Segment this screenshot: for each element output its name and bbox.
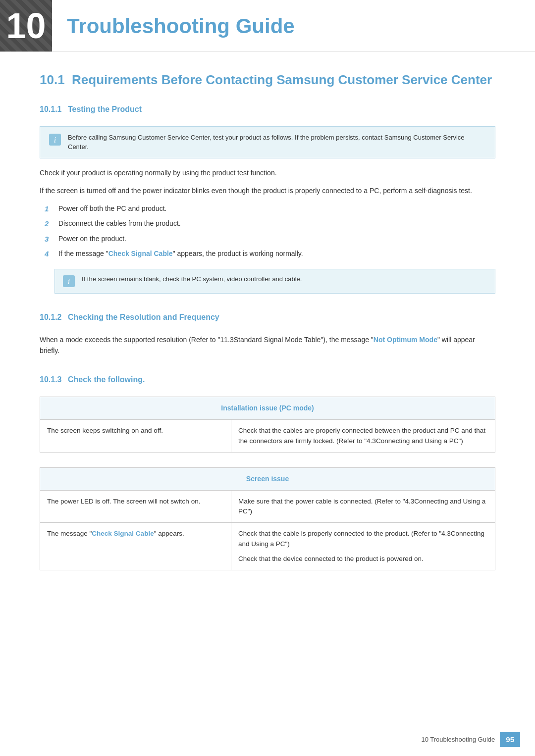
svg-text:i: i [68,277,70,286]
subsection-10-1-2-header: 10.1.2 Checking the Resolution and Frequ… [40,311,495,325]
svg-text:i: i [54,136,56,144]
body-text-2-1: When a mode exceeds the supported resolu… [40,334,495,356]
page-footer: 10 Troubleshooting Guide 95 [421,732,520,748]
page-header: 10 Troubleshooting Guide [0,0,535,52]
installation-issue-table: Installation issue (PC mode) The screen … [40,397,495,453]
subsection-10-1-2: 10.1.2 Checking the Resolution and Frequ… [40,311,495,356]
header-title-area: Troubleshooting Guide [52,0,295,51]
installation-solution-cell: Check that the cables are properly conne… [231,420,495,453]
body-text-1-1: Check if your product is operating norma… [40,167,495,178]
installation-issue-cell: The screen keeps switching on and off. [40,420,231,453]
note-box-1: i Before calling Samsung Customer Servic… [40,126,495,158]
subsection-10-1-3-header: 10.1.3 Check the following. [40,374,495,388]
screen-solution-cell-2: Check that the cable is properly connect… [231,523,495,570]
steps-list: 1 Power off both the PC and product. 2 D… [45,203,495,260]
screen-issue-cell-1: The power LED is off. The screen will no… [40,490,231,523]
step-1: 1 Power off both the PC and product. [45,203,495,215]
subsection-10-1-3: 10.1.3 Check the following. Installation… [40,374,495,570]
subsection-10-1-1-header: 10.1.1 Testing the Product [40,103,495,117]
note-icon-1: i [48,133,62,147]
step-3: 3 Power on the product. [45,234,495,245]
footer-text: 10 Troubleshooting Guide [421,735,495,745]
chapter-number: 10 [6,8,46,44]
sub-note-box: i If the screen remains blank, check the… [54,269,495,294]
sub-note-text: If the screen remains blank, check the P… [82,274,302,284]
note-text-1: Before calling Samsung Customer Service … [68,133,487,152]
chapter-number-block: 10 [0,0,52,51]
subsection-10-1-1: 10.1.1 Testing the Product i Before call… [40,103,495,294]
step-4: 4 If the message "Check Signal Cable" ap… [45,249,495,260]
installation-table-header: Installation issue (PC mode) [40,397,495,420]
screen-table-header: Screen issue [40,467,495,490]
page-container: 10 Troubleshooting Guide 10.1 Requiremen… [0,0,535,756]
page-title: Troubleshooting Guide [67,10,295,42]
note-icon-2: i [62,274,76,288]
highlight-not-optimum-mode: Not Optimum Mode [374,336,437,344]
step-2: 2 Disconnect the cables from the product… [45,218,495,230]
screen-issue-cell-2: The message "Check Signal Cable" appears… [40,523,231,570]
body-text-1-2: If the screen is turned off and the powe… [40,185,495,196]
highlight-check-signal-cable-1: Check Signal Cable [108,250,173,257]
highlight-check-signal-cable-2: Check Signal Cable [92,530,154,537]
screen-solution-cell-1: Make sure that the power cable is connec… [231,490,495,523]
screen-issue-table: Screen issue The power LED is off. The s… [40,467,495,570]
section-10-1-title: 10.1 Requirements Before Contacting Sams… [40,72,495,89]
page-content: 10.1 Requirements Before Contacting Sams… [0,72,535,570]
footer-page-number: 95 [500,732,520,748]
